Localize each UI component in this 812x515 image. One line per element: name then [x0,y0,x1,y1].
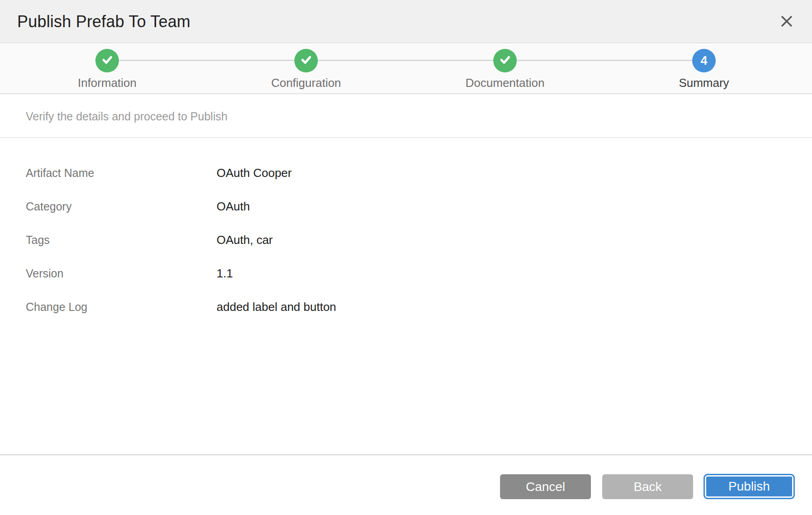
subtitle-bar: Verify the details and proceed to Publis… [0,95,812,138]
footer-divider [0,454,812,455]
close-button[interactable] [778,13,796,31]
step-label: Configuration [261,76,351,90]
publish-button[interactable]: Publish [703,474,795,499]
row-value: added label and button [217,300,336,314]
step-1-circle [95,49,119,72]
summary-row-version: Version 1.1 [0,267,812,280]
publish-prefab-dialog: Publish Prefab To Team Informati [0,0,812,515]
page-title: Publish Prefab To Team [17,0,190,43]
summary-row-category: Category OAuth [0,200,812,213]
step-label: Information [62,76,152,90]
step-documentation[interactable]: Documentation [460,44,550,90]
row-value: 1.1 [217,267,233,280]
step-3-circle [493,49,517,72]
step-2-circle [294,49,318,72]
cancel-button[interactable]: Cancel [500,474,591,499]
row-value: OAuth Cooper [217,166,292,180]
step-label: Documentation [460,76,550,90]
step-number: 4 [700,54,707,68]
step-configuration[interactable]: Configuration [261,44,351,90]
check-icon [498,53,512,68]
row-value: OAuth [217,200,250,213]
row-label: Change Log [26,300,87,314]
row-label: Version [26,267,63,280]
row-label: Category [26,200,71,213]
step-4-circle: 4 [692,49,716,72]
summary-row-tags: Tags OAuth, car [0,233,812,247]
check-icon [299,53,313,68]
step-label: Summary [659,76,749,90]
back-button[interactable]: Back [602,474,693,499]
summary-row-artifact-name: Artifact Name OAuth Cooper [0,166,812,180]
step-information[interactable]: Information [62,44,152,90]
row-value: OAuth, car [217,233,273,247]
summary-row-change-log: Change Log added label and button [0,300,812,314]
dialog-header: Publish Prefab To Team [0,0,812,43]
row-label: Tags [26,233,50,247]
check-icon [100,53,114,68]
close-icon [779,23,794,30]
row-label: Artifact Name [26,166,94,180]
wizard-stepper: Information Configuration Docume [0,44,812,94]
step-summary[interactable]: 4 Summary [659,44,749,90]
subtitle-text: Verify the details and proceed to Publis… [26,95,227,138]
